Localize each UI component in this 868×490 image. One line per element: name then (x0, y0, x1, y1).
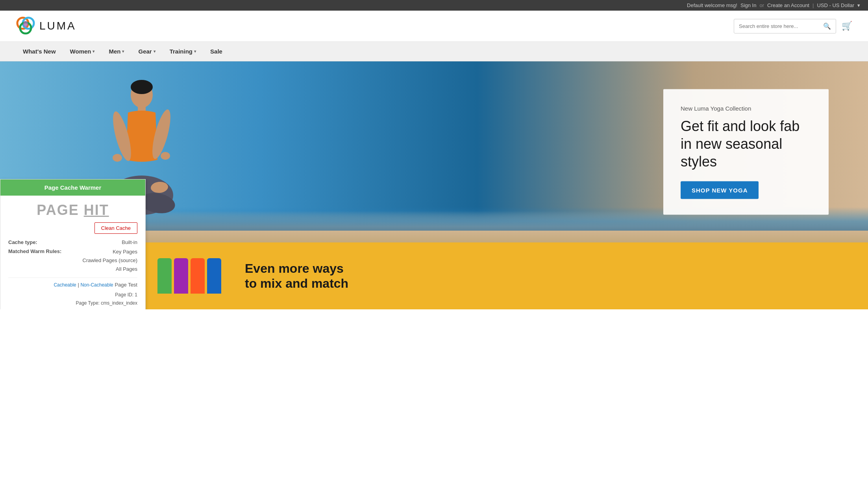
svg-point-10 (161, 152, 170, 160)
nav-item-men[interactable]: Men ▾ (102, 42, 131, 61)
tank-tops-display (157, 258, 221, 294)
nav-item-gear[interactable]: Gear ▾ (131, 42, 162, 61)
nav-item-whats-new[interactable]: What's New (16, 42, 63, 61)
nav-item-women[interactable]: Women ▾ (63, 42, 102, 61)
search-icon[interactable]: 🔍 (823, 22, 831, 30)
warm-rules-label: Matched Warm Rules: (8, 248, 61, 274)
sign-in-link[interactable]: Sign In (740, 2, 756, 8)
header-right: 🔍 🛒 (734, 19, 852, 33)
hero-title: Get fit and look fab in new seasonal sty… (681, 117, 811, 170)
cache-type-value: Built-in (122, 239, 137, 245)
search-input[interactable] (739, 23, 820, 29)
cache-hit-underline: HIT (84, 202, 109, 218)
cache-type-label: Cache type: (8, 239, 37, 245)
currency-selector[interactable]: USD - US Dollar (817, 2, 854, 8)
main-navigation: What's New Women ▾ Men ▾ Gear ▾ Training… (0, 42, 868, 61)
cache-type-row: Cache type: Built-in (8, 239, 137, 245)
create-account-link[interactable]: Create an Account (767, 2, 809, 8)
warm-rule-1: Key Pages (83, 248, 137, 256)
shop-new-yoga-button[interactable]: Shop New Yoga (681, 181, 759, 199)
luma-logo-icon (16, 16, 35, 36)
cacheable-link[interactable]: Cacheable (54, 282, 76, 288)
currency-separator: | (812, 2, 814, 8)
clean-cache-button[interactable]: Clean Cache (94, 222, 137, 234)
bottom-right-section: Even more ways to mix and match (134, 242, 868, 309)
page-type: Page Type: cms_index_index (8, 299, 137, 307)
cache-status: PAGE HIT (8, 202, 137, 218)
cart-icon[interactable]: 🛒 (842, 21, 852, 31)
cache-warmer-body: PAGE HIT Clean Cache Cache type: Built-i… (0, 196, 145, 309)
hero-subtitle: New Luma Yoga Collection (681, 105, 811, 112)
warm-rules-list: Key Pages Crawled Pages (source) All Pag… (83, 248, 137, 274)
tank-top-blue (207, 258, 221, 294)
cache-warmer-overlay: Page Cache Warmer PAGE HIT Clean Cache C… (0, 179, 146, 309)
warm-rule-2: Crawled Pages (source) (83, 256, 137, 265)
site-header: LUMA 🔍 🛒 (0, 11, 868, 42)
separator: or (759, 2, 764, 8)
gear-arrow-icon: ▾ (154, 49, 155, 54)
svg-point-3 (23, 21, 28, 27)
welcome-message: Default welcome msg! (687, 2, 737, 8)
svg-point-9 (113, 154, 122, 162)
page-test-text: Page Test (115, 282, 137, 288)
tank-top-orange (191, 258, 205, 294)
page-id: Page ID: 1 (8, 291, 137, 299)
tank-top-purple (174, 258, 188, 294)
men-arrow-icon: ▾ (122, 49, 124, 54)
nav-item-sale[interactable]: Sale (203, 42, 229, 61)
bottom-right-text: Even more ways to mix and match (245, 261, 348, 291)
cache-meta: Page ID: 1 Page Type: cms_index_index (8, 291, 137, 307)
cache-rules-row: Matched Warm Rules: Key Pages Crawled Pa… (8, 248, 137, 274)
tank-top-green (157, 258, 172, 294)
non-cacheable-link[interactable]: Non-Cacheable (80, 282, 113, 288)
svg-point-5 (131, 80, 153, 94)
logo-text: LUMA (39, 20, 76, 32)
hero-content-box: New Luma Yoga Collection Get fit and loo… (663, 89, 829, 215)
cache-warmer-header: Page Cache Warmer (0, 179, 145, 196)
training-arrow-icon: ▾ (194, 49, 196, 54)
search-box[interactable]: 🔍 (734, 19, 836, 33)
warm-rule-3: All Pages (83, 265, 137, 274)
women-arrow-icon: ▾ (93, 49, 94, 54)
cache-links-row: Cacheable | Non-Cacheable Page Test (8, 277, 137, 288)
logo-area[interactable]: LUMA (16, 16, 76, 36)
currency-arrow-icon: ▾ (857, 2, 860, 8)
top-bar: Default welcome msg! Sign In or Create a… (0, 0, 868, 11)
nav-item-training[interactable]: Training ▾ (163, 42, 203, 61)
